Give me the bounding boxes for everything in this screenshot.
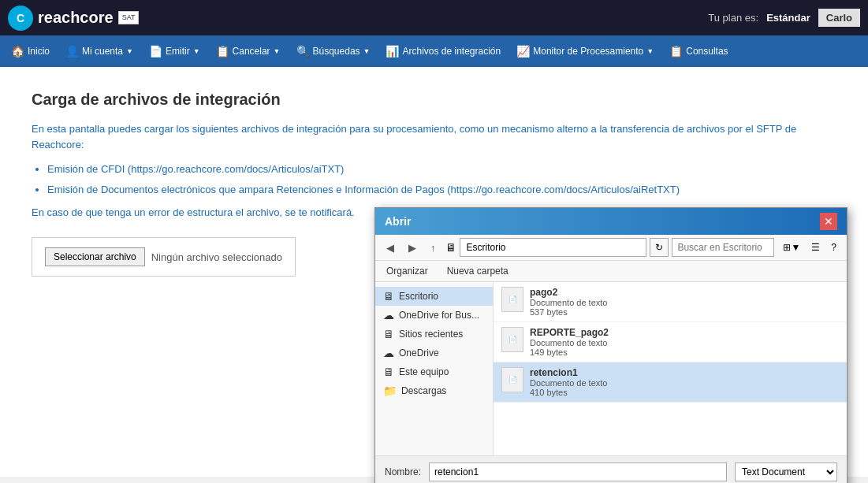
chevron-down-icon-4: ▼ — [363, 47, 371, 55]
bullet-list: Emisión de CFDI (https://go.reachcore.co… — [47, 162, 836, 197]
logo-icon: C — [8, 6, 33, 31]
dialog-body: 🖥 Escritorio ☁ OneDrive for Bus... 🖥 Sit… — [375, 282, 847, 455]
back-button[interactable]: ◀ — [382, 240, 399, 256]
descargas-icon: 📁 — [383, 385, 397, 397]
file-name-reporte: REPORTE_pago2 — [530, 327, 839, 338]
nav-item-monitor[interactable]: 📈 Monitor de Procesamiento ▼ — [509, 35, 661, 67]
topbar: C reachcore SAT Tu plan es: Estándar Car… — [0, 0, 868, 35]
details-view-button[interactable]: ☰ — [807, 240, 824, 255]
nav-item-inicio[interactable]: 🏠 Inicio — [3, 35, 58, 67]
open-file-dialog: Abrir ✕ ◀ ▶ ↑ 🖥 ↻ ⊞▼ ☰ ? Organizar Nueva… — [374, 207, 848, 477]
nav-label-busquedas: Búsquedas — [313, 46, 360, 57]
file-item-retencion1[interactable]: 📄 retencion1 Documento de texto 410 byte… — [494, 362, 847, 403]
onedrive-bus-icon: ☁ — [383, 309, 394, 321]
nav-item-cancelar[interactable]: 📋 Cancelar ▼ — [208, 35, 289, 67]
logo-text: reachcore — [38, 9, 114, 27]
dialog-footer-top: Nombre: Text Document — [385, 463, 837, 477]
sidebar-label-onedrive: OneDrive — [399, 347, 439, 359]
plan-label: Tu plan es: — [708, 12, 758, 24]
forward-button[interactable]: ▶ — [404, 240, 421, 256]
folder-icon-path: 🖥 — [445, 241, 456, 254]
topbar-left: C reachcore SAT — [8, 6, 139, 31]
search-icon-nav: 🔍 — [296, 45, 310, 58]
file-item-reporte-pago2[interactable]: 📄 REPORTE_pago2 Documento de texto 149 b… — [494, 322, 847, 362]
file-type-retencion: Documento de texto — [530, 378, 839, 388]
bullet-after-1: ) — [341, 163, 344, 175]
bullet-link-1[interactable]: https://go.reachcore.com/docs/Articulos/… — [131, 163, 341, 175]
nav-item-archivos[interactable]: 📊 Archivos de integración — [378, 35, 509, 67]
sidebar-item-descargas[interactable]: 📁 Descargas — [375, 381, 493, 400]
nav-label-monitor: Monitor de Procesamiento — [533, 46, 643, 57]
sitios-icon: 🖥 — [383, 328, 394, 340]
up-button[interactable]: ↑ — [426, 240, 441, 256]
bullet-item-1: Emisión de CFDI (https://go.reachcore.co… — [47, 162, 836, 177]
dialog-subtoolbar: Organizar Nueva carpeta — [375, 261, 847, 282]
no-file-label: Ningún archivo seleccionado — [151, 251, 282, 263]
nav-item-busquedas[interactable]: 🔍 Búsquedas ▼ — [289, 35, 378, 67]
file-item-pago2[interactable]: 📄 pago2 Documento de texto 537 bytes — [494, 282, 847, 322]
sidebar-item-equipo[interactable]: 🖥 Este equipo — [375, 362, 493, 381]
sidebar-label-sitios: Sitios recientes — [399, 329, 463, 340]
account-icon: 👤 — [65, 45, 79, 58]
archivos-icon: 📊 — [386, 45, 399, 58]
select-file-button[interactable]: Seleccionar archivo — [45, 247, 145, 266]
nav-label-emitir: Emitir — [166, 46, 190, 57]
monitor-icon: 📈 — [516, 45, 530, 58]
nav-label-archivos: Archivos de integración — [402, 46, 501, 57]
bullet-text-1: Emisión de CFDI ( — [47, 163, 131, 175]
dialog-files-list: 📄 pago2 Documento de texto 537 bytes 📄 R… — [494, 282, 847, 455]
dialog-titlebar: Abrir ✕ — [375, 208, 847, 235]
dialog-footer: Nombre: Text Document Abrir Cancelar — [375, 455, 847, 477]
sidebar-item-onedrive[interactable]: ☁ OneDrive — [375, 344, 493, 362]
nav-item-emitir[interactable]: 📄 Emitir ▼ — [141, 35, 208, 67]
dialog-sidebar: 🖥 Escritorio ☁ OneDrive for Bus... 🖥 Sit… — [375, 282, 494, 455]
bullet-after-2: ) — [676, 184, 680, 195]
file-size-retencion: 410 bytes — [530, 388, 839, 397]
sidebar-label-escritorio: Escritorio — [399, 291, 438, 302]
file-name-pago2: pago2 — [530, 287, 839, 298]
consultas-icon: 📋 — [669, 45, 683, 58]
nav-label-inicio: Inicio — [28, 46, 50, 57]
bullet-link-2[interactable]: https://go.reachcore.com/docs/Articulos/… — [451, 184, 676, 195]
chevron-down-icon-5: ▼ — [646, 47, 654, 55]
user-avatar[interactable]: Carlo — [818, 9, 860, 27]
bullet-text-2: Emisión de Documentos electrónicos que a… — [47, 184, 451, 195]
file-select-area: Seleccionar archivo Ningún archivo selec… — [32, 237, 296, 277]
filetype-select[interactable]: Text Document — [735, 463, 837, 477]
page-description: En esta pantalla puedes cargar los sigui… — [32, 121, 836, 152]
file-info-retencion: retencion1 Documento de texto 410 bytes — [530, 367, 839, 397]
onedrive-icon: ☁ — [383, 347, 394, 359]
file-info-reporte: REPORTE_pago2 Documento de texto 149 byt… — [530, 327, 839, 357]
sidebar-item-onedrive-bus[interactable]: ☁ OneDrive for Bus... — [375, 306, 493, 325]
sat-badge: SAT — [118, 11, 140, 24]
dialog-path-bar: 🖥 ↻ — [445, 238, 775, 257]
refresh-button[interactable]: ↻ — [650, 238, 669, 257]
chevron-down-icon: ▼ — [126, 47, 133, 55]
dialog-toolbar-right: ⊞▼ ☰ ? — [779, 240, 840, 255]
path-input[interactable] — [460, 238, 647, 257]
cancelar-icon: 📋 — [216, 45, 229, 58]
new-folder-button[interactable]: Nueva carpeta — [442, 264, 513, 278]
file-name-retencion: retencion1 — [530, 367, 839, 378]
topbar-right: Tu plan es: Estándar Carlo — [708, 9, 860, 27]
file-thumb-pago2: 📄 — [501, 287, 523, 312]
nav-item-consultas[interactable]: 📋 Consultas — [661, 35, 736, 67]
file-info-pago2: pago2 Documento de texto 537 bytes — [530, 287, 839, 317]
nav-item-mi-cuenta[interactable]: 👤 Mi cuenta ▼ — [58, 35, 141, 67]
file-size-pago2: 537 bytes — [530, 307, 839, 317]
file-type-reporte: Documento de texto — [530, 338, 839, 347]
dialog-toolbar: ◀ ▶ ↑ 🖥 ↻ ⊞▼ ☰ ? — [375, 235, 847, 261]
sidebar-item-sitios[interactable]: 🖥 Sitios recientes — [375, 325, 493, 344]
sidebar-item-escritorio[interactable]: 🖥 Escritorio — [375, 287, 493, 306]
filename-input[interactable] — [429, 463, 727, 477]
help-button[interactable]: ? — [827, 240, 840, 255]
navbar: 🏠 Inicio 👤 Mi cuenta ▼ 📄 Emitir ▼ 📋 Canc… — [0, 35, 868, 67]
equipo-icon: 🖥 — [383, 366, 394, 378]
chevron-down-icon-3: ▼ — [274, 47, 281, 55]
emitir-icon: 📄 — [149, 45, 162, 58]
organize-button[interactable]: Organizar — [382, 264, 433, 278]
page-title: Carga de archivos de integración — [32, 91, 836, 109]
view-options-button[interactable]: ⊞▼ — [779, 240, 804, 255]
search-input[interactable] — [672, 238, 774, 257]
dialog-close-button[interactable]: ✕ — [820, 213, 837, 230]
